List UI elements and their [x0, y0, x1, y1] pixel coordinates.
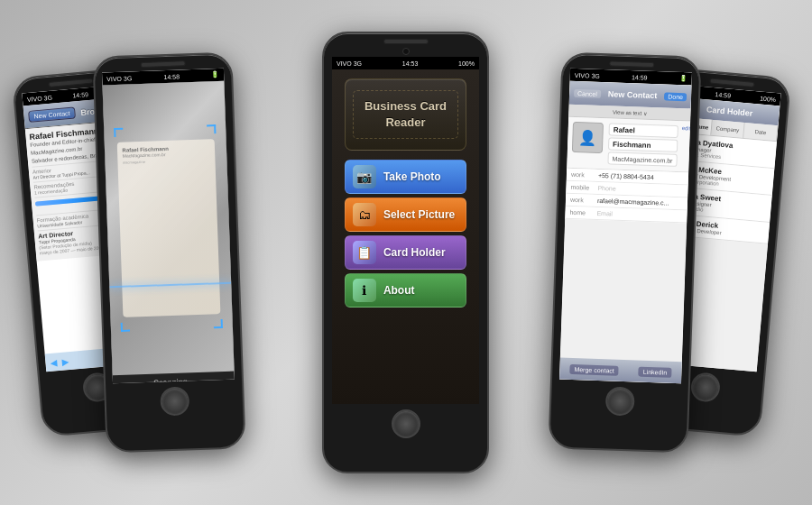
forward-icon[interactable]: ▶ — [61, 356, 69, 367]
contact-nav-title: New Contact — [601, 89, 665, 100]
carrier-3: VIVO 3G — [337, 60, 362, 67]
take-photo-label: Take Photo — [383, 170, 441, 183]
card-holder-btn[interactable]: 📋 Card Holder — [345, 235, 466, 270]
home-btn-2[interactable] — [160, 386, 189, 416]
first-name-field[interactable]: Rafael — [609, 123, 678, 138]
take-photo-btn[interactable]: 📷 Take Photo — [345, 160, 466, 194]
work-email-value: rafael@macmagazine.c... — [597, 197, 683, 207]
camera-preview: Rafael Fischmann MacMagazine.com.br macm… — [102, 81, 234, 376]
bcr-app: Business Card Reader 📷 Take Photo 🗂 Sele… — [332, 69, 479, 404]
back-icon[interactable]: ◀ — [50, 357, 58, 368]
contact-info-row: 👤 Rafael Fischmann MacMagazine.com.br — [567, 117, 690, 173]
camera-icon: 📷 — [353, 165, 376, 188]
bcr-logo-area: Business Card Reader — [345, 78, 466, 151]
speaker-5 — [709, 78, 754, 87]
time-2: 14:58 — [163, 73, 180, 80]
battery-2: 🔋 — [211, 71, 219, 78]
battery-5: 100% — [760, 95, 776, 103]
scan-corner-tl — [114, 128, 123, 137]
tab-date[interactable]: Date — [744, 123, 779, 141]
phone-main: VIVO 3G 14:53 100% Business Card Reader — [322, 32, 489, 473]
bcr-stitching: Business Card Reader — [353, 90, 458, 139]
scan-corner-tr — [207, 124, 216, 133]
battery-3: 100% — [458, 60, 475, 67]
card-icon: 📋 — [353, 241, 376, 264]
scan-corner-bl — [120, 322, 129, 331]
speaker-4 — [609, 60, 654, 68]
phone-new-contact: VIVO 3G 14:59 🔋 Cancel New Contact Done … — [548, 51, 701, 453]
about-label: About — [383, 284, 415, 297]
last-name-field[interactable]: Fischmann — [608, 137, 678, 152]
carrier-4: VIVO 3G — [575, 71, 600, 78]
bcr-app-subtitle: Reader — [361, 115, 450, 131]
card-preview: Rafael Fischmann MacMagazine.com.br macm… — [116, 140, 220, 317]
new-contact-btn-1[interactable]: New Contact — [28, 106, 76, 122]
folder-icon: 🗂 — [353, 203, 376, 226]
select-picture-btn[interactable]: 🗂 Select Picture — [345, 197, 466, 232]
scanning-screen: Rafael Fischmann MacMagazine.com.br macm… — [102, 81, 234, 384]
contact-avatar: 👤 — [572, 122, 604, 153]
home-placeholder: Email — [596, 210, 613, 217]
company-field[interactable]: MacMagazine.com.br — [607, 152, 677, 167]
time-4: 14:59 — [632, 74, 648, 81]
cardholder-title: Card Holder — [706, 105, 753, 117]
select-picture-label: Select Picture — [383, 208, 455, 221]
home-btn-3[interactable] — [392, 409, 420, 438]
view-as-text-label: View as text ∨ — [613, 108, 647, 115]
cancel-btn[interactable]: Cancel — [574, 88, 601, 97]
contact-details: work +55 (71) 8804-5434 mobile Phone wor… — [565, 169, 688, 224]
home-btn-5[interactable] — [690, 372, 722, 403]
speaker-1 — [48, 78, 93, 87]
tab-company[interactable]: Company — [711, 120, 745, 138]
time-5: 14:59 — [715, 91, 731, 99]
speaker-3 — [383, 39, 429, 44]
scan-corner-br — [214, 319, 223, 328]
screen-scanning: VIVO 3G 14:58 🔋 Rafael Fischmann MacMaga… — [102, 69, 235, 384]
merge-contact-btn[interactable]: Merge contact — [569, 363, 619, 375]
mobile-label: mobile — [570, 184, 597, 191]
phones-container: VIVO 3G 14:59 🔋 New Contact Browser Rafa… — [0, 0, 812, 505]
card-holder-label: Card Holder — [383, 246, 446, 259]
bcr-app-title: Business Card — [361, 98, 450, 115]
status-bar-3: VIVO 3G 14:53 100% — [332, 57, 479, 69]
time-1: 14:59 — [72, 91, 88, 99]
edit-label[interactable]: edit — [682, 125, 691, 131]
contact-name-fields: Rafael Fischmann MacMagazine.com.br — [607, 123, 678, 167]
home-btn-4[interactable] — [604, 386, 634, 416]
carrier-2: VIVO 3G — [106, 75, 132, 82]
contact-screen: Cancel New Contact Done View as text ∨ 👤… — [559, 81, 691, 384]
phone-scanning: VIVO 3G 14:58 🔋 Rafael Fischmann MacMaga… — [92, 51, 245, 453]
done-btn[interactable]: Done — [664, 92, 687, 101]
screen-main: VIVO 3G 14:53 100% Business Card Reader — [332, 57, 479, 404]
info-icon: ℹ — [353, 279, 376, 302]
work-phone-value: +55 (71) 8804-5434 — [598, 172, 684, 181]
contact-action-bar: Merge contact LinkedIn — [559, 358, 682, 384]
battery-4: 🔋 — [679, 75, 687, 82]
scanning-text: Scanning... — [153, 377, 194, 383]
about-btn[interactable]: ℹ About — [345, 273, 466, 308]
time-3: 14:53 — [402, 60, 419, 67]
speaker-2 — [140, 60, 185, 68]
screen-new-contact: VIVO 3G 14:59 🔋 Cancel New Contact Done … — [559, 69, 692, 384]
linkedin-btn[interactable]: LinkedIn — [639, 366, 672, 377]
carrier-1: VIVO 3G — [27, 94, 53, 102]
camera-3 — [402, 48, 410, 55]
mobile-placeholder: Phone — [597, 185, 615, 192]
